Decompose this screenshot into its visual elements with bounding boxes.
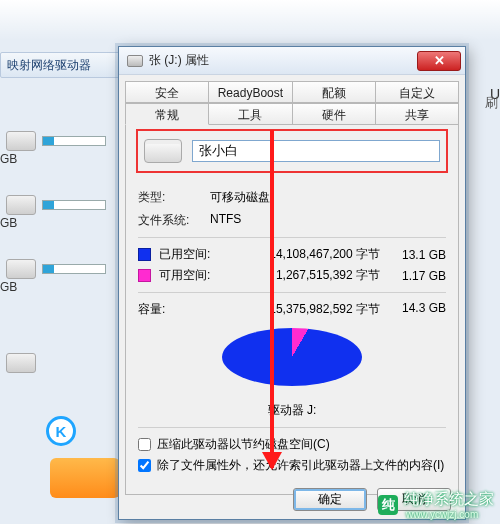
drive-icon (6, 195, 36, 215)
index-label: 除了文件属性外，还允许索引此驱动器上文件的内容(I) (157, 457, 444, 474)
free-color-swatch (138, 269, 151, 282)
pie-top (222, 328, 362, 386)
watermark-text: 纯净系统之家 (404, 490, 494, 509)
used-label: 已用空间: (159, 246, 229, 263)
drive-icon (144, 139, 182, 163)
explorer-drive-item[interactable] (6, 340, 66, 386)
drive-size-suffix: GB (0, 152, 17, 166)
titlebar[interactable]: 张 (J:) 属性 ✕ (119, 47, 465, 75)
drive-size-suffix: GB (0, 280, 17, 294)
filesystem-label: 文件系统: (138, 212, 210, 229)
used-space-row: 已用空间: 14,108,467,200 字节 13.1 GB (138, 246, 446, 263)
used-bytes: 14,108,467,200 字节 (229, 246, 390, 263)
capacity-row: 容量: 15,375,982,592 字节 14.3 GB (138, 301, 446, 318)
tab-row-2: 常规 工具 硬件 共享 (125, 103, 459, 125)
explorer-drive-item[interactable] (6, 118, 116, 164)
app-shortcut-label: K (56, 423, 67, 440)
drive-size-suffix: GB (0, 216, 17, 230)
drive-letter-label: 驱动器 J: (138, 402, 446, 419)
tab-general[interactable]: 常规 (125, 103, 209, 125)
drive-usage-bar (42, 264, 106, 274)
compress-label: 压缩此驱动器以节约磁盘空间(C) (157, 436, 330, 453)
separator (138, 427, 446, 428)
cropped-refresh-label: 刷 (485, 94, 498, 112)
tab-tools[interactable]: 工具 (208, 103, 292, 125)
explorer-drive-item[interactable] (6, 246, 116, 292)
tab-row-1: 安全 ReadyBoost 配额 自定义 (125, 81, 459, 103)
index-checkbox-row[interactable]: 除了文件属性外，还允许索引此驱动器上文件的内容(I) (138, 457, 446, 474)
tab-sharing[interactable]: 共享 (375, 103, 459, 125)
drive-name-input[interactable] (192, 140, 440, 162)
drive-icon (6, 259, 36, 279)
ok-label: 确定 (318, 491, 342, 508)
watermark: 纯 纯净系统之家 www.ycwjzj.com (378, 490, 494, 520)
close-button[interactable]: ✕ (417, 51, 461, 71)
tab-hardware[interactable]: 硬件 (292, 103, 376, 125)
app-shortcut-icon[interactable]: K (46, 416, 76, 446)
name-highlight-box (136, 129, 448, 173)
drive-icon (6, 131, 36, 151)
ok-button[interactable]: 确定 (293, 488, 367, 511)
free-label: 可用空间: (159, 267, 229, 284)
close-icon: ✕ (434, 53, 445, 68)
type-value: 可移动磁盘 (210, 189, 270, 206)
tab-custom[interactable]: 自定义 (375, 81, 459, 103)
filesystem-value: NTFS (210, 212, 241, 229)
capacity-gb: 14.3 GB (390, 301, 446, 318)
annotation-arrow (270, 130, 274, 468)
capacity-label: 容量: (138, 301, 228, 318)
compress-checkbox[interactable] (138, 438, 151, 451)
properties-dialog: 张 (J:) 属性 ✕ 安全 ReadyBoost 配额 自定义 常规 工具 硬… (118, 46, 466, 520)
pie-chart (138, 328, 446, 400)
watermark-url: www.ycwjzj.com (406, 509, 494, 520)
folder-icon[interactable] (50, 458, 120, 498)
tab-security[interactable]: 安全 (125, 81, 209, 103)
tab-readyboost[interactable]: ReadyBoost (208, 81, 292, 103)
free-space-row: 可用空间: 1,267,515,392 字节 1.17 GB (138, 267, 446, 284)
compress-checkbox-row[interactable]: 压缩此驱动器以节约磁盘空间(C) (138, 436, 446, 453)
used-color-swatch (138, 248, 151, 261)
drive-usage-bar (42, 200, 106, 210)
type-label: 类型: (138, 189, 210, 206)
separator (138, 292, 446, 293)
general-panel: 类型:可移动磁盘 文件系统:NTFS 已用空间: 14,108,467,200 … (125, 125, 459, 495)
watermark-logo-icon: 纯 (378, 495, 398, 515)
tab-quota[interactable]: 配额 (292, 81, 376, 103)
free-gb: 1.17 GB (390, 269, 446, 283)
dialog-title: 张 (J:) 属性 (149, 52, 411, 69)
separator (138, 237, 446, 238)
drive-icon (6, 353, 36, 373)
drive-usage-bar (42, 136, 106, 146)
used-gb: 13.1 GB (390, 248, 446, 262)
capacity-bytes: 15,375,982,592 字节 (228, 301, 390, 318)
explorer-drive-item[interactable] (6, 182, 116, 228)
free-bytes: 1,267,515,392 字节 (229, 267, 390, 284)
map-network-drive-button[interactable]: 映射网络驱动器 (0, 52, 120, 78)
drive-icon (127, 55, 143, 67)
map-network-drive-label: 映射网络驱动器 (7, 57, 91, 74)
top-fade (0, 0, 500, 40)
index-checkbox[interactable] (138, 459, 151, 472)
